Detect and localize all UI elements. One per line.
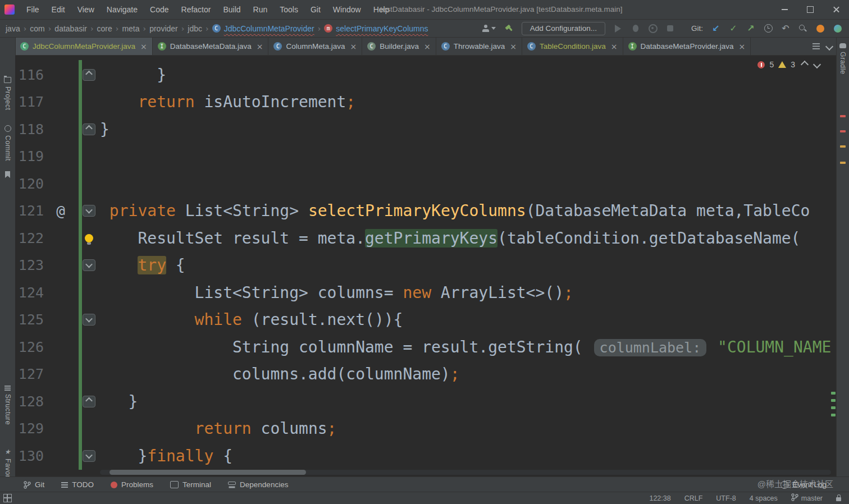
bookmark-icon[interactable] (5, 171, 10, 178)
tab-databasemetaprovider-java[interactable]: IDatabaseMetaProvider.java× (623, 38, 751, 55)
menu-tools[interactable]: Tools (273, 0, 304, 19)
line-number[interactable]: 126 (15, 339, 44, 355)
inspections-widget[interactable]: 5 3 (757, 60, 820, 69)
code-line-124[interactable]: 124 List<String> columns= new ArrayList<… (15, 279, 837, 306)
code-line-128[interactable]: 128 } (15, 388, 837, 415)
vcs-change-bar[interactable] (79, 60, 82, 470)
code-line-118[interactable]: 118} (15, 116, 837, 143)
encoding[interactable]: UTF-8 (716, 494, 736, 502)
code-line-130[interactable]: 130 }finally { (15, 442, 837, 470)
tool-button-commit[interactable]: Commit (0, 125, 15, 161)
close-icon[interactable]: × (510, 42, 517, 51)
breadcrumb-jdbc[interactable]: jdbc (186, 24, 203, 33)
breadcrumb-databasir[interactable]: databasir (53, 24, 88, 33)
fold-marker-up-icon[interactable] (83, 396, 95, 407)
breadcrumb-java[interactable]: java (4, 24, 21, 33)
tab-jdbccolumnmetaprovider-java[interactable]: CJdbcColumnMetaProvider.java× (15, 38, 153, 55)
fold-marker-down-icon[interactable] (83, 450, 95, 462)
line-number[interactable]: 121 (15, 203, 44, 219)
tool-button-todo[interactable]: TODO (61, 480, 94, 489)
close-icon[interactable]: × (257, 42, 263, 51)
maximize-button[interactable] (797, 0, 823, 19)
fold-marker-up-icon[interactable] (83, 123, 95, 135)
fold-marker-down-icon[interactable] (83, 259, 95, 271)
menu-navigate[interactable]: Navigate (101, 0, 144, 19)
lock-icon[interactable] (836, 497, 841, 501)
tool-button-structure[interactable]: Structure (0, 386, 15, 425)
code-line-127[interactable]: 127 columns.add(columnName); (15, 361, 837, 388)
tool-button-project[interactable]: Project (0, 77, 15, 110)
line-number[interactable]: 128 (15, 393, 44, 410)
editor[interactable]: 116 }117 return isAutoIncrement;118}1191… (15, 56, 837, 477)
menu-code[interactable]: Code (144, 0, 175, 19)
error-stripe-mark[interactable] (840, 130, 846, 132)
git-update-button[interactable]: ↙ (711, 22, 720, 35)
close-icon[interactable]: × (738, 42, 745, 51)
intention-bulb-icon[interactable] (85, 234, 93, 242)
debug-button[interactable] (631, 22, 640, 35)
line-number[interactable]: 120 (15, 176, 44, 192)
build-project-button[interactable] (504, 22, 513, 35)
scrollbar-handle[interactable] (109, 470, 306, 475)
close-icon[interactable]: × (424, 42, 431, 51)
tool-button-git[interactable]: Git (24, 480, 44, 489)
tool-button-gradle[interactable]: Gradle (837, 43, 849, 75)
code-line-129[interactable]: 129 return columns; (15, 415, 837, 443)
tool-button-problems[interactable]: Problems (111, 480, 153, 489)
prev-problem-button[interactable] (801, 61, 809, 68)
indent-setting[interactable]: 4 spaces (750, 494, 778, 502)
close-icon[interactable]: × (140, 42, 147, 51)
tab-columnmeta-java[interactable]: CColumnMeta.java× (268, 38, 362, 55)
tool-windows-toggle-icon[interactable] (3, 494, 12, 502)
fold-marker-down-icon[interactable] (83, 205, 95, 217)
tool-button-dependencies[interactable]: Dependencies (228, 480, 288, 489)
menu-window[interactable]: Window (327, 0, 367, 19)
code-line-121[interactable]: 121@ private List<String> selectPrimaryK… (15, 198, 837, 225)
code-line-119[interactable]: 119 (15, 143, 837, 171)
menu-file[interactable]: File (20, 0, 45, 19)
added-stripe-mark[interactable] (831, 414, 836, 416)
tab-options-icon[interactable] (813, 43, 820, 49)
code-area[interactable]: 116 }117 return isAutoIncrement;118}1191… (15, 56, 837, 470)
profile-avatar[interactable] (833, 22, 842, 35)
line-number[interactable]: 129 (15, 420, 44, 437)
line-number[interactable]: 127 (15, 366, 44, 382)
menu-git[interactable]: Git (304, 0, 327, 19)
line-number[interactable]: 125 (15, 311, 44, 328)
next-problem-button[interactable] (813, 61, 821, 68)
tab-tablecondition-java[interactable]: CTableCondition.java× (522, 38, 623, 55)
added-stripe-mark[interactable] (831, 392, 836, 395)
code-line-122[interactable]: 122 ResultSet result = meta.getPrimaryKe… (15, 224, 837, 252)
menu-edit[interactable]: Edit (45, 0, 71, 19)
fold-marker-down-icon[interactable] (83, 314, 95, 326)
rollback-button[interactable]: ↶ (781, 22, 790, 35)
added-stripe-mark[interactable] (831, 406, 836, 409)
line-number[interactable]: 130 (15, 448, 44, 464)
code-line-117[interactable]: 117 return isAutoIncrement; (15, 89, 837, 116)
breadcrumb-meta[interactable]: meta (121, 24, 140, 33)
warning-stripe-mark[interactable] (840, 145, 846, 148)
breadcrumb-core[interactable]: core (96, 24, 113, 33)
fold-marker-up-icon[interactable] (83, 69, 95, 81)
line-number[interactable]: 116 (15, 67, 44, 83)
menu-build[interactable]: Build (217, 0, 247, 19)
menu-refactor[interactable]: Refactor (175, 0, 217, 19)
line-number[interactable]: 122 (15, 230, 44, 246)
code-line-120[interactable]: 120 (15, 170, 837, 198)
breadcrumb-provider[interactable]: provider (148, 24, 179, 33)
user-menu-button[interactable] (482, 22, 496, 35)
horizontal-scrollbar[interactable] (100, 470, 831, 475)
git-commit-button[interactable]: ✓ (729, 22, 738, 35)
code-line-125[interactable]: 125 while (result.next()){ (15, 306, 837, 334)
breadcrumb-com[interactable]: com (29, 24, 45, 33)
stop-button[interactable] (666, 22, 675, 35)
tool-button-terminal[interactable]: Terminal (170, 480, 211, 489)
breadcrumb-class[interactable]: JdbcColumnMetaProvider (223, 24, 316, 33)
notifications-button[interactable] (816, 22, 825, 35)
line-number[interactable]: 123 (15, 257, 44, 273)
code-line-126[interactable]: 126 String columnName = result.getString… (15, 333, 837, 361)
close-icon[interactable]: × (611, 42, 618, 51)
tab-throwable-java[interactable]: CThrowable.java× (436, 38, 522, 55)
run-button[interactable] (614, 22, 623, 35)
code-line-116[interactable]: 116 } (15, 61, 837, 89)
